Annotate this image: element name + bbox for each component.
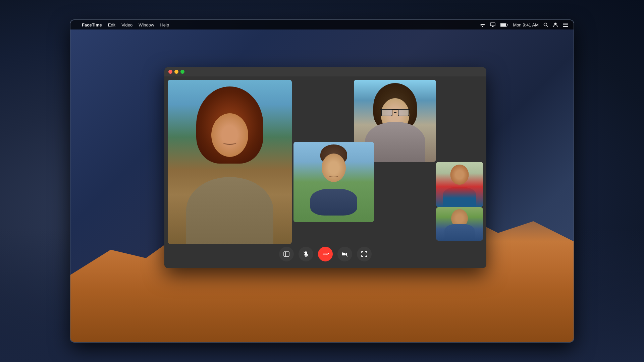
video-toggle-button[interactable] [337,247,352,261]
svg-rect-7 [563,23,568,23]
svg-rect-8 [563,24,568,25]
menu-clock: Mon 9:41 AM [513,22,539,27]
participant-video-right1[interactable] [436,162,483,207]
video-area [164,76,486,268]
svg-rect-9 [563,26,568,27]
traffic-lights [168,70,184,74]
svg-rect-0 [490,23,495,26]
control-bar [279,247,372,261]
menu-video[interactable]: Video [121,22,132,27]
maximize-button[interactable] [180,70,184,74]
menubar-left: FaceTime Edit Video Window Help [76,22,169,27]
user-icon[interactable] [553,22,558,27]
close-button[interactable] [168,70,172,74]
svg-line-5 [547,26,548,27]
participant-video-main[interactable] [168,80,292,244]
search-icon[interactable] [543,22,548,27]
desktop-background: FaceTime Edit Video Window Help [0,0,644,362]
end-call-button[interactable] [318,247,333,261]
control-center-icon[interactable] [563,23,568,27]
svg-rect-2 [501,23,506,26]
airplay-icon [490,22,495,27]
participant-video-center[interactable] [293,142,374,222]
wifi-icon [480,23,485,27]
macos-screen: FaceTime Edit Video Window Help [70,20,574,342]
svg-point-4 [544,23,547,26]
svg-rect-10 [284,252,289,256]
minimize-button[interactable] [174,70,178,74]
participant-video-right2[interactable] [436,207,483,241]
svg-rect-3 [507,24,508,26]
menubar: FaceTime Edit Video Window Help [70,20,574,29]
facetime-window [164,67,486,268]
window-titlebar [164,67,486,76]
menu-app-name[interactable]: FaceTime [82,22,102,27]
mute-button[interactable] [299,247,313,261]
battery-icon [500,23,508,27]
menubar-right: Mon 9:41 AM [480,22,568,27]
menu-help[interactable]: Help [160,22,169,27]
menu-edit[interactable]: Edit [108,22,115,27]
fullscreen-button[interactable] [357,247,372,261]
sidebar-toggle-button[interactable] [279,247,294,261]
menu-window[interactable]: Window [139,22,154,27]
